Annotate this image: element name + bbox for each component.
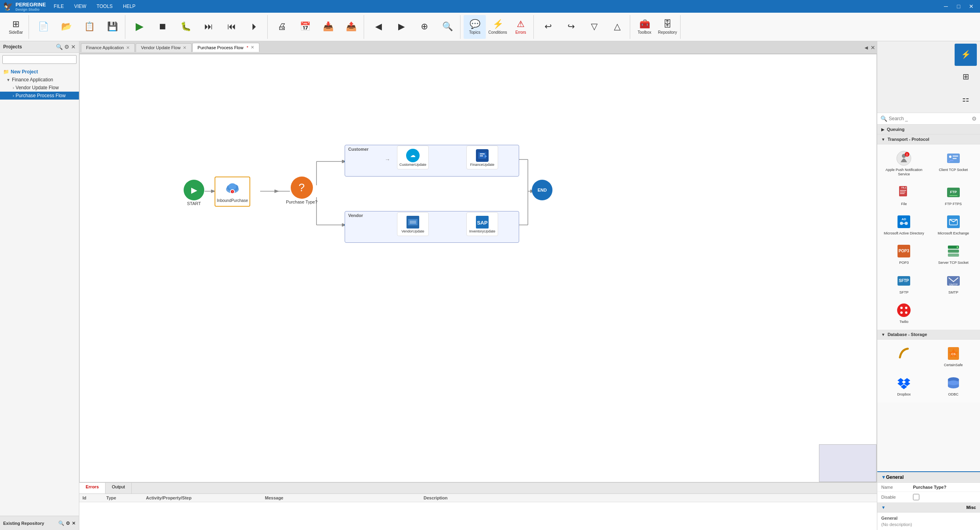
bottom-search-icon[interactable]: 🔍 (58, 520, 64, 526)
grid-button[interactable]: ⚏ (955, 88, 977, 110)
odbc-item[interactable]: ODBC (929, 371, 978, 400)
tab-scroll-left[interactable]: ◄ (863, 44, 869, 51)
import-button[interactable]: 📥 (317, 15, 339, 39)
print-button[interactable]: 🖨 (271, 15, 293, 39)
server-tcp-item[interactable]: Server TCP Socket (929, 240, 978, 269)
pop3-label: POP3 (899, 261, 909, 265)
resume-button[interactable]: ⏵ (244, 15, 266, 39)
toolbox-button[interactable]: 🧰 Toolbox (633, 15, 656, 39)
purchase-flow-item[interactable]: › Purchase Process Flow (0, 92, 79, 100)
nav-right-button[interactable]: ▶ (390, 15, 412, 39)
file-item[interactable]: FILE File (880, 181, 928, 209)
finance-update-node[interactable]: FinanceUpdate (466, 146, 498, 169)
step-back-button[interactable]: ⏮ (221, 15, 243, 39)
repository-button[interactable]: 🗄 Repository (656, 15, 679, 39)
open-button[interactable]: 📂 (55, 15, 77, 39)
menu-help[interactable]: HELP (118, 2, 140, 11)
conditions-button[interactable]: ⚡ Conditions (487, 15, 509, 39)
bottom-settings-icon[interactable]: ⚙ (66, 520, 70, 526)
bottom-close-icon[interactable]: ✕ (72, 520, 76, 526)
transport-section-header[interactable]: ▼ Transport - Protocol (877, 134, 980, 144)
sidebar-close-icon[interactable]: ✕ (71, 44, 76, 50)
title-bar-left: 🦅 PEREGRINE Design Studio FILE VIEW TOOL… (3, 2, 140, 12)
customer-update-node[interactable]: ☁ CustomerUpdate (397, 146, 429, 169)
toolbar-group-sidebar: ⊞ SideBar (3, 15, 29, 39)
database-section-header[interactable]: ▼ Database - Storage (877, 330, 980, 340)
inbound-purchase-node[interactable]: ! InboundPurchase (215, 177, 250, 207)
sidebar-button[interactable]: ⊞ SideBar (5, 15, 27, 39)
minimize-button[interactable]: ─ (940, 2, 951, 11)
play-button[interactable]: ▶ (128, 15, 151, 39)
client-tcp-item[interactable]: Client TCP Socket (929, 147, 978, 180)
canvas-main[interactable]: ▶ START ! InboundPurch (79, 54, 877, 482)
nav-left-button[interactable]: ◀ (367, 15, 389, 39)
step-button[interactable]: ⏭ (198, 15, 220, 39)
new-project-item[interactable]: 📁 New Project (0, 68, 79, 76)
pop3-icon: POP3 (896, 243, 912, 259)
filter-down-button[interactable]: ▽ (583, 15, 605, 39)
vendor-flow-item[interactable]: › Vendor Update Flow (0, 84, 79, 92)
toolbox-search-input[interactable] (889, 116, 970, 121)
tab-scroll-right[interactable]: ✕ (871, 44, 875, 51)
ms-exchange-item[interactable]: Microsoft Exchange (929, 210, 978, 239)
banana-item[interactable] (880, 342, 928, 371)
tab-navigation: ◄ ✕ (863, 44, 875, 51)
finance-app-tab-close[interactable]: ✕ (126, 45, 130, 50)
ftp-item[interactable]: FTP FTP FTPS (929, 181, 978, 209)
save-copy-button[interactable]: 📋 (78, 15, 100, 39)
disable-checkbox[interactable] (913, 494, 919, 500)
errors-button[interactable]: ⚠ Errors (510, 15, 532, 39)
purchase-flow-tab-close[interactable]: ✕ (251, 45, 254, 50)
svg-point-68 (905, 307, 907, 309)
save-button[interactable]: 💾 (101, 15, 123, 39)
search-settings-icon[interactable]: ⚙ (972, 115, 977, 122)
repository-label: Repository (658, 30, 677, 35)
vendor-update-node[interactable]: VendorUpdate (397, 212, 429, 236)
certainsafe-item[interactable]: CS CertainSafe (929, 342, 978, 371)
debug-button[interactable]: 🐛 (175, 15, 197, 39)
menu-file[interactable]: FILE (49, 2, 69, 11)
close-button[interactable]: ✕ (966, 2, 977, 11)
filter-up-button[interactable]: △ (606, 15, 628, 39)
sftp-item[interactable]: SFTP SFTP (880, 269, 928, 298)
misc-arrow: ▼ (881, 505, 886, 510)
queuing-section-header[interactable]: ▶ Queuing (877, 125, 980, 134)
ms-ad-item[interactable]: AD Microsoft Active Directory (880, 210, 928, 239)
zoom-button[interactable]: 🔍 (436, 15, 458, 39)
start-node[interactable]: ▶ START (184, 180, 204, 206)
export-button[interactable]: 📤 (340, 15, 362, 39)
topics-button[interactable]: 💬 Topics (464, 15, 486, 39)
vendor-flow-tab-close[interactable]: ✕ (183, 45, 186, 50)
pop3-item[interactable]: POP3 POP3 (880, 240, 928, 269)
purchase-flow-tab[interactable]: Purchase Process Flow * ✕ (192, 43, 259, 52)
purchase-type-node[interactable]: ? Purchase Type? (286, 177, 317, 204)
dropbox-item[interactable]: Dropbox (880, 371, 928, 400)
end-label: END (537, 188, 547, 192)
resume-icon: ⏵ (250, 21, 259, 32)
twilio-item[interactable]: Twilio (880, 299, 928, 327)
finance-app-tab[interactable]: Finance Application ✕ (81, 43, 135, 52)
schedule-button[interactable]: 📅 (294, 15, 316, 39)
expand-button[interactable]: ⊕ (413, 15, 435, 39)
smtp-item[interactable]: SMTP SMTP (929, 269, 978, 298)
inventory-update-node[interactable]: SAP InventoryUpdate (466, 212, 498, 236)
maximize-button[interactable]: □ (953, 2, 964, 11)
end-node[interactable]: END (532, 180, 552, 200)
undo-button[interactable]: ↩ (537, 15, 559, 39)
finance-app-item[interactable]: ▼ Finance Application (0, 76, 79, 84)
apple-push-item[interactable]: ! Apple Push Notification Service (880, 147, 928, 180)
new-button[interactable]: 📄 (32, 15, 54, 39)
menu-tools[interactable]: TOOLS (92, 2, 117, 11)
sidebar-search-icon[interactable]: 🔍 (56, 44, 63, 50)
errors-log-tab[interactable]: Errors (79, 483, 105, 494)
project-search-input[interactable] (2, 55, 77, 64)
vendor-flow-tab[interactable]: Vendor Update Flow ✕ (136, 43, 192, 52)
sidebar-settings-icon[interactable]: ⚙ (64, 44, 69, 50)
toolbar-group-views: 💬 Topics ⚡ Conditions ⚠ Errors (462, 15, 534, 39)
menu-view[interactable]: VIEW (69, 2, 91, 11)
stop-button[interactable]: ⏹ (152, 15, 174, 39)
toolbox-view-button[interactable]: ⚡ (955, 44, 977, 66)
redo-button[interactable]: ↪ (560, 15, 582, 39)
output-log-tab[interactable]: Output (105, 483, 132, 494)
layout-button[interactable]: ⊞ (955, 66, 977, 88)
